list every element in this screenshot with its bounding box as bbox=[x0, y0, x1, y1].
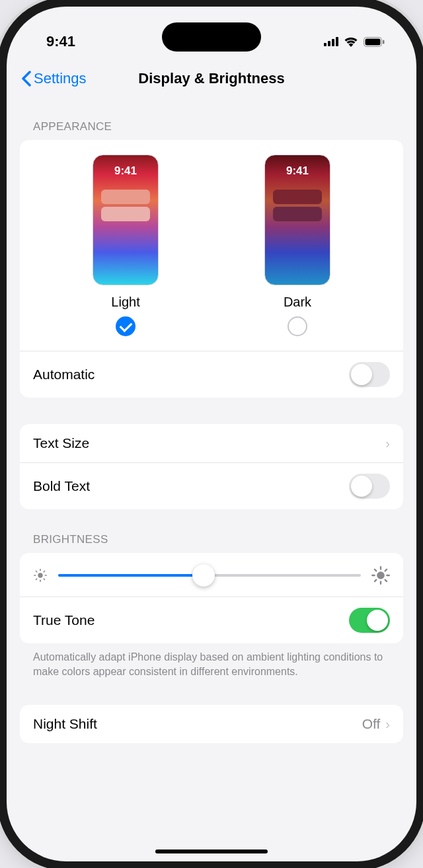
svg-rect-0 bbox=[324, 43, 327, 46]
svg-rect-1 bbox=[328, 41, 330, 46]
svg-line-13 bbox=[44, 579, 44, 579]
page-title: Display & Brightness bbox=[138, 70, 284, 87]
home-indicator[interactable] bbox=[155, 850, 268, 853]
svg-rect-5 bbox=[365, 38, 381, 45]
dark-label: Dark bbox=[284, 295, 311, 310]
svg-point-16 bbox=[377, 571, 385, 579]
slider-thumb[interactable] bbox=[192, 564, 215, 587]
slider-fill bbox=[58, 574, 204, 577]
svg-line-14 bbox=[36, 579, 36, 579]
automatic-label: Automatic bbox=[33, 367, 95, 382]
light-label: Light bbox=[111, 295, 139, 310]
automatic-row[interactable]: Automatic bbox=[20, 351, 403, 398]
true-tone-description: Automatically adapt iPhone display based… bbox=[20, 643, 403, 678]
svg-line-15 bbox=[44, 571, 44, 571]
chevron-right-icon: › bbox=[385, 717, 390, 732]
dark-radio[interactable] bbox=[288, 316, 307, 336]
preview-widget bbox=[273, 190, 322, 204]
content[interactable]: Appearance 9:41 Light 9:41 bbox=[7, 96, 416, 743]
svg-line-12 bbox=[36, 571, 36, 571]
bold-text-row[interactable]: Bold Text bbox=[20, 462, 403, 509]
svg-line-21 bbox=[375, 569, 376, 571]
preview-widget bbox=[101, 207, 150, 221]
preview-widget bbox=[101, 190, 150, 204]
svg-rect-6 bbox=[383, 40, 385, 44]
sun-max-icon bbox=[371, 566, 390, 585]
chevron-right-icon: › bbox=[385, 436, 390, 451]
automatic-toggle[interactable] bbox=[349, 362, 390, 387]
night-shift-value: Off bbox=[362, 716, 381, 732]
nav-bar: Settings Display & Brightness bbox=[7, 58, 416, 96]
svg-rect-3 bbox=[336, 37, 338, 46]
night-shift-card: Night Shift Off › bbox=[20, 705, 403, 743]
true-tone-label: True Tone bbox=[33, 612, 95, 628]
appearance-grid: 9:41 Light 9:41 Dark bbox=[20, 140, 403, 351]
preview-widget bbox=[273, 207, 322, 221]
theme-option-dark[interactable]: 9:41 Dark bbox=[264, 155, 330, 336]
brightness-slider[interactable] bbox=[58, 574, 361, 577]
chevron-left-icon bbox=[21, 71, 31, 87]
svg-line-23 bbox=[375, 580, 376, 581]
light-preview: 9:41 bbox=[93, 155, 159, 285]
svg-line-22 bbox=[385, 580, 387, 581]
wifi-icon bbox=[344, 36, 358, 47]
bold-text-label: Bold Text bbox=[33, 478, 90, 494]
text-card: Text Size › Bold Text bbox=[20, 424, 403, 509]
light-radio[interactable] bbox=[116, 316, 135, 336]
dynamic-island bbox=[162, 22, 261, 52]
night-shift-label: Night Shift bbox=[33, 716, 97, 732]
preview-time: 9:41 bbox=[93, 164, 158, 178]
true-tone-toggle[interactable] bbox=[349, 608, 390, 633]
true-tone-row[interactable]: True Tone bbox=[20, 597, 403, 643]
svg-point-7 bbox=[38, 573, 42, 577]
back-label: Settings bbox=[34, 70, 87, 87]
sun-min-icon bbox=[33, 568, 48, 583]
preview-time: 9:41 bbox=[265, 164, 330, 178]
theme-option-light[interactable]: 9:41 Light bbox=[93, 155, 159, 336]
brightness-card: True Tone bbox=[20, 553, 403, 643]
cellular-icon bbox=[324, 37, 338, 46]
device-frame: 9:41 Settings Display & Brightness Appea… bbox=[7, 7, 416, 861]
text-size-label: Text Size bbox=[33, 435, 89, 451]
brightness-slider-row bbox=[20, 553, 403, 597]
appearance-card: 9:41 Light 9:41 Dark bbox=[20, 140, 403, 398]
status-time: 9:41 bbox=[46, 33, 75, 50]
appearance-header: Appearance bbox=[20, 96, 403, 140]
svg-rect-2 bbox=[332, 39, 334, 46]
battery-icon bbox=[364, 37, 385, 47]
svg-line-24 bbox=[385, 569, 387, 571]
status-icons bbox=[324, 36, 385, 47]
night-shift-row[interactable]: Night Shift Off › bbox=[20, 705, 403, 743]
dark-preview: 9:41 bbox=[264, 155, 330, 285]
brightness-header: Brightness bbox=[20, 509, 403, 553]
text-size-row[interactable]: Text Size › bbox=[20, 424, 403, 462]
bold-text-toggle[interactable] bbox=[349, 474, 390, 499]
back-button[interactable]: Settings bbox=[21, 70, 87, 87]
